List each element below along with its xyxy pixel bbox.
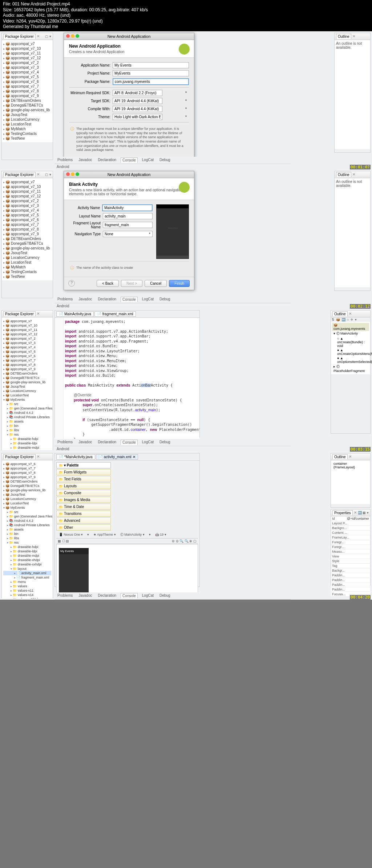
dialog-titlebar[interactable]: New Android Application: [64, 171, 194, 178]
outline-toolbar[interactable]: ⇅📦🔤○⭘▾: [331, 317, 370, 322]
project-appcompat_v7_12[interactable]: 📦 appcompat_v7_12: [3, 56, 51, 60]
project-appcompat_v7_9[interactable]: 📦 appcompat_v7_9: [3, 93, 51, 98]
package-explorer-tab[interactable]: Package Explorer ✕: [2, 311, 53, 317]
device-selector[interactable]: 📱 Nexus One ▾: [58, 532, 84, 537]
bottom-view-tabs[interactable]: Problems Javadoc Declaration Console Log…: [54, 157, 291, 164]
outline-tab[interactable]: Outline ✕: [335, 33, 370, 40]
bottom-view-tabs[interactable]: Problems Javadoc Declaration Console Log…: [54, 592, 291, 600]
package-explorer-tab[interactable]: Package Explorer ✕ ▢ ▾: [2, 33, 53, 40]
project-appcompat_v7_5[interactable]: 📦 appcompat_v7_5: [3, 213, 51, 217]
fragment-layout-input[interactable]: [103, 222, 153, 228]
project-tree[interactable]: 📦 appcompat_v7_6📦 appcompat_v7_7📦 appcom…: [2, 460, 53, 599]
project-MyMatch[interactable]: 📦 MyMatch: [3, 127, 51, 131]
palette-group-other[interactable]: Other: [56, 524, 111, 531]
outline-tree[interactable]: 📦 com.juvang.myevents ▾ Ⓒ MainActivity ○…: [331, 322, 370, 374]
activity-selector[interactable]: Ⓒ MainActivity ▾: [119, 532, 146, 537]
project-appcompat_v7_11[interactable]: 📦 appcompat_v7_11: [3, 51, 51, 56]
outline-container-item[interactable]: container (FrameLayout): [332, 461, 369, 469]
window-controls[interactable]: [66, 34, 79, 38]
editor-tabs[interactable]: 📄 *MainActivity.java 📄 activity_main.xml…: [55, 453, 199, 461]
project-appcompat_v7_9[interactable]: 📦 appcompat_v7_9: [3, 232, 51, 236]
palette[interactable]: Form WidgetsText FieldsLayoutsCompositeI…: [56, 469, 111, 531]
project-appcompat_v7[interactable]: 📦 appcompat_v7: [3, 41, 51, 46]
project-MyMatch[interactable]: 📦 MyMatch: [3, 265, 51, 269]
device-preview[interactable]: My Events: [59, 548, 89, 599]
bottom-view-tabs[interactable]: Problems Javadoc Declaration Console Log…: [54, 439, 291, 446]
help-icon[interactable]: ?: [68, 280, 75, 287]
activity-name-input[interactable]: [102, 204, 153, 211]
window-controls[interactable]: [66, 172, 79, 176]
min-sdk-select[interactable]: [113, 90, 162, 96]
console-tab[interactable]: Console: [121, 157, 138, 163]
layout-name-input[interactable]: [103, 213, 153, 219]
project-appcompat_v7_2[interactable]: 📦 appcompat_v7_2: [3, 199, 51, 203]
package-explorer-tab[interactable]: Package Explorer ✕: [2, 453, 53, 460]
project-appcompat_v7_3[interactable]: 📦 appcompat_v7_3: [3, 203, 51, 208]
problems-tab[interactable]: Problems: [56, 157, 74, 163]
close-icon[interactable]: ✕: [37, 312, 40, 316]
project-google-play-services_lib[interactable]: 📦 google-play-services_lib: [3, 108, 51, 112]
project-DonegalETBAETCs[interactable]: 📦 DonegalETBAETCs: [3, 241, 51, 246]
project-TestNew[interactable]: 📦 TestNew: [3, 136, 51, 141]
project-appcompat_v7_10[interactable]: 📦 appcompat_v7_10: [3, 46, 51, 51]
project-appcompat_v7_12[interactable]: 📦 appcompat_v7_12: [3, 194, 51, 199]
api-selector[interactable]: 🤖 19 ▾: [154, 532, 167, 537]
cancel-button[interactable]: Cancel: [145, 280, 167, 287]
javadoc-tab[interactable]: Javadoc: [77, 157, 93, 163]
application-name-input[interactable]: [113, 62, 189, 68]
project-DonegalETBAETCs[interactable]: 📦 DonegalETBAETCs: [3, 103, 51, 108]
project-appcompat_v7_4[interactable]: 📦 appcompat_v7_4: [3, 208, 51, 213]
project-TestingContacts[interactable]: 📦 TestingContacts: [3, 131, 51, 136]
package-name-input[interactable]: [113, 78, 189, 85]
project-appcompat_v7_2[interactable]: 📦 appcompat_v7_2: [3, 60, 51, 65]
target-sdk-select[interactable]: [113, 98, 162, 104]
palette-group-composite[interactable]: Composite: [56, 490, 111, 496]
close-icon[interactable]: ✕: [349, 455, 352, 459]
close-icon[interactable]: ✕: [37, 455, 40, 459]
project-DETBExamOrders[interactable]: 📦 DETBExamOrders: [3, 236, 51, 241]
project-appcompat_v7_8[interactable]: 📦 appcompat_v7_8: [3, 89, 51, 93]
project-appcompat_v7_4[interactable]: 📦 appcompat_v7_4: [3, 70, 51, 75]
project-LocationTest[interactable]: 📦 LocationTest: [3, 122, 51, 127]
navigation-type-select[interactable]: [103, 231, 153, 237]
mainactivity-tab[interactable]: 📄 *MainActivity.java: [56, 454, 95, 460]
project-appcompat_v7_8[interactable]: 📦 appcompat_v7_8: [3, 227, 51, 232]
palette-group-text-fields[interactable]: Text Fields: [56, 476, 111, 482]
project-appcompat_v7_6[interactable]: 📦 appcompat_v7_6: [3, 217, 51, 222]
project-appcompat_v7_7[interactable]: 📦 appcompat_v7_7: [3, 222, 51, 227]
view-mode-icons[interactable]: ▦ ☐ ▤: [58, 539, 69, 543]
theme-selector[interactable]: ★ AppTheme ▾: [92, 532, 117, 537]
project-JsoupTest[interactable]: 📦 JsoupTest: [3, 112, 51, 117]
outline-tab[interactable]: Outline ✕: [331, 453, 370, 460]
project-appcompat_v7_5[interactable]: 📦 appcompat_v7_5: [3, 75, 51, 79]
package-explorer-tab[interactable]: Package Explorer ✕ ▢ ▾: [2, 171, 53, 178]
properties-table[interactable]: Id@+id/containerLayout P...Backgro...Con…: [331, 516, 370, 597]
editor-tabs[interactable]: 📄 MainActivity.java 📄 fragment_main.xml: [55, 311, 199, 318]
finish-button[interactable]: Finish: [169, 280, 190, 287]
project-appcompat_v7_7[interactable]: 📦 appcompat_v7_7: [3, 84, 51, 89]
design-canvas[interactable]: My Events: [56, 544, 198, 600]
project-TestingContacts[interactable]: 📦 TestingContacts: [3, 269, 51, 274]
declaration-tab[interactable]: Declaration: [97, 157, 118, 163]
properties-tab[interactable]: Properties ✕ 🔤 ▦ ▾: [331, 509, 370, 516]
project-LocationCurrency[interactable]: 📦 LocationCurrency: [3, 255, 51, 260]
next-button[interactable]: Next >: [121, 280, 142, 287]
project-DETBExamOrders[interactable]: 📦 DETBExamOrders: [3, 98, 51, 103]
project-tree[interactable]: 📦 appcompat_v7📦 appcompat_v7_10📦 appcomp…: [2, 178, 53, 280]
project-appcompat_v7_10[interactable]: 📦 appcompat_v7_10: [3, 184, 51, 189]
project-appcompat_v7[interactable]: 📦 appcompat_v7: [3, 180, 51, 184]
dialog-titlebar[interactable]: New Android Application: [64, 33, 194, 40]
project-name-input[interactable]: [113, 70, 189, 76]
palette-group-advanced[interactable]: Advanced: [56, 517, 111, 524]
panel-toolbar-icons[interactable]: ▢ ▾: [45, 35, 51, 38]
project-LocationTest[interactable]: 📦 LocationTest: [3, 260, 51, 265]
project-JsoupTest[interactable]: 📦 JsoupTest: [3, 251, 51, 255]
activity-main-xml-tab[interactable]: 📄 activity_main.xml ✕: [96, 454, 138, 460]
project-tree[interactable]: 📦 appcompat_v7📦 appcompat_v7_10📦 appcomp…: [2, 40, 53, 142]
back-button[interactable]: < Back: [97, 280, 119, 287]
palette-group-layouts[interactable]: Layouts: [56, 483, 111, 489]
project-appcompat_v7_11[interactable]: 📦 appcompat_v7_11: [3, 189, 51, 194]
logcat-tab[interactable]: LogCat: [141, 157, 155, 163]
fragment-main-tab[interactable]: 📄 fragment_main.xml: [94, 311, 136, 317]
project-appcompat_v7_6[interactable]: 📦 appcompat_v7_6: [3, 79, 51, 84]
